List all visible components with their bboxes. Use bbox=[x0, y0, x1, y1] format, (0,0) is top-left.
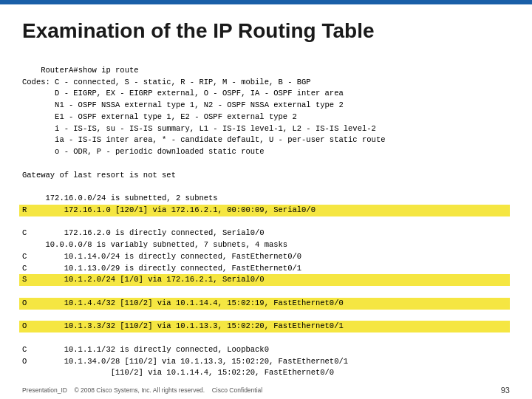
footer-page: 93 bbox=[501, 386, 510, 395]
code-subnet2: 10.0.0.0/8 is variably subnetted, 7 subn… bbox=[22, 240, 287, 249]
code-codes: Codes: C - connected, S - static, R - RI… bbox=[22, 78, 311, 86]
code-ia: ia - IS-IS inter area, * - candidate def… bbox=[22, 135, 385, 144]
code-gateway: Gateway of last resort is not set bbox=[22, 171, 176, 180]
code-s-line: S 10.1.2.0/24 [1/0] via 172.16.2.1, Seri… bbox=[19, 274, 510, 286]
code-c-line3: C 10.1.13.0/29 is directly connected, Fa… bbox=[22, 264, 301, 273]
code-d: D - EIGRP, EX - EIGRP external, O - OSPF… bbox=[22, 89, 344, 98]
code-prompt: RouterA#show ip route bbox=[41, 66, 138, 75]
code-n: N1 - OSPF NSSA external type 1, N2 - OSP… bbox=[22, 100, 344, 109]
footer-left: Presentation_ID © 2008 Cisco Systems, In… bbox=[22, 386, 262, 394]
slide-title: Examination of the IP Routing Table bbox=[22, 19, 510, 43]
code-i: i - IS-IS, su - IS-IS summary, L1 - IS-I… bbox=[22, 124, 376, 133]
code-c-line1: C 172.16.2.0 is directly connected, Seri… bbox=[22, 228, 265, 237]
code-block: RouterA#show ip route Codes: C - connect… bbox=[22, 53, 510, 391]
slide-container: Examination of the IP Routing Table Rout… bbox=[0, 4, 532, 399]
code-c-line2: C 10.1.14.0/24 is directly connected, Fa… bbox=[22, 252, 301, 261]
code-c-line4: C 10.1.1.1/32 is directly connected, Loo… bbox=[22, 345, 269, 354]
footer-copyright: © 2008 Cisco Systems, Inc. All rights re… bbox=[74, 386, 205, 394]
footer: Presentation_ID © 2008 Cisco Systems, In… bbox=[22, 386, 510, 395]
code-o-line1: O 10.1.4.4/32 [110/2] via 10.1.14.4, 15:… bbox=[19, 298, 510, 310]
footer-confidential: Cisco Confidential bbox=[212, 386, 263, 394]
code-subnet1: 172.16.0.0/24 is subnetted, 2 subnets bbox=[22, 194, 218, 202]
code-o-line2: O 10.1.3.3/32 [110/2] via 10.1.13.3, 15:… bbox=[19, 321, 510, 332]
code-o: o - ODR, P - periodic downloaded static … bbox=[22, 147, 265, 156]
code-r-line: R 172.16.1.0 [120/1] via 172.16.2.1, 00:… bbox=[19, 205, 510, 216]
code-e: E1 - OSPF external type 1, E2 - OSPF ext… bbox=[22, 112, 297, 121]
code-o-line3: O 10.1.34.0/28 [110/2] via 10.1.13.3, 15… bbox=[22, 357, 348, 366]
footer-presentation: Presentation_ID bbox=[22, 386, 67, 394]
code-o-line3b: [110/2] via 10.1.14.4, 15:02:20, FastEth… bbox=[22, 368, 334, 377]
